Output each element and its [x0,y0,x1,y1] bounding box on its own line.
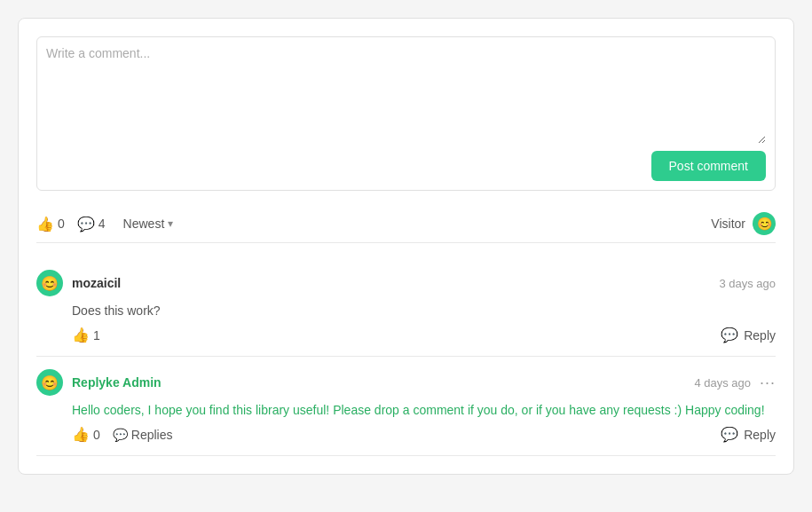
chevron-down-icon: ▾ [168,217,173,230]
comment-box: Post comment [36,36,776,191]
reply-icon: 💬 [721,327,738,343]
sort-label: Newest [123,217,165,231]
comment-footer-left: 👍 0 💬 Replies [72,426,173,443]
comment-timestamp: 4 days ago [694,376,751,390]
comment-meta-right: 3 days ago [719,277,776,290]
comment-footer: 👍 1 💬 Reply [36,327,776,343]
avatar: 😊 [36,369,63,396]
comment-meta-right: 4 days ago ··· [694,374,776,392]
chat-icon: 💬 [113,428,128,442]
comment-author-name: mozaicil [72,276,121,290]
comments-stat: 💬 4 [77,216,106,232]
comment-author-name: Replyke Admin [72,375,162,390]
likes-stat: 👍 0 [36,216,65,232]
comment-header: 😊 Replyke Admin 4 days ago ··· [36,369,776,396]
thumbs-up-icon: 👍 [36,216,54,232]
thumbs-up-icon: 👍 [72,426,90,443]
chat-icon: 💬 [77,216,95,232]
replies-label: Replies [131,428,173,442]
like-count: 0 [93,428,100,442]
more-options-button[interactable]: ··· [760,374,776,392]
avatar: 😊 [36,270,63,296]
visitor-label: Visitor [711,217,745,231]
like-button[interactable]: 👍 0 [72,426,100,443]
stats-right: Visitor 😊 [711,212,776,235]
reply-button[interactable]: 💬 Reply [721,426,776,443]
comment-author-info: 😊 mozaicil [36,270,121,296]
reply-label: Reply [744,328,776,343]
comment-footer: 👍 0 💬 Replies 💬 Reply [36,426,776,443]
comment-header: 😊 mozaicil 3 days ago [36,270,776,296]
like-button[interactable]: 👍 1 [72,327,100,343]
likes-count: 0 [58,217,65,231]
comment-footer-left: 👍 1 [72,327,100,343]
reply-icon: 💬 [721,426,738,443]
sort-dropdown[interactable]: Newest ▾ [123,217,174,231]
stats-bar: 👍 0 💬 4 Newest ▾ Visitor 😊 [36,205,776,243]
comments-container: Post comment 👍 0 💬 4 Newest ▾ Visitor 😊 [18,18,794,475]
comment-body: Does this work? [36,303,776,318]
comment-input[interactable] [46,46,766,144]
replies-button[interactable]: 💬 Replies [113,428,173,442]
stats-left: 👍 0 💬 4 Newest ▾ [36,216,173,232]
visitor-avatar-icon: 😊 [757,217,772,231]
comments-count: 4 [99,217,106,231]
reply-label: Reply [744,428,776,442]
like-count: 1 [93,328,100,343]
post-comment-button[interactable]: Post comment [651,151,766,181]
avatar-icon: 😊 [41,374,59,391]
comment-item: 😊 mozaicil 3 days ago Does this work? 👍 … [36,257,776,357]
comment-box-footer: Post comment [46,151,766,181]
avatar-icon: 😊 [41,275,59,292]
comment-timestamp: 3 days ago [719,277,776,290]
reply-button[interactable]: 💬 Reply [721,327,776,343]
comment-body: Hello coders, I hope you find this libra… [36,403,776,417]
visitor-avatar: 😊 [753,212,776,235]
thumbs-up-icon: 👍 [72,327,90,343]
comment-author-info: 😊 Replyke Admin [36,369,162,396]
comment-item: 😊 Replyke Admin 4 days ago ··· Hello cod… [36,357,776,456]
